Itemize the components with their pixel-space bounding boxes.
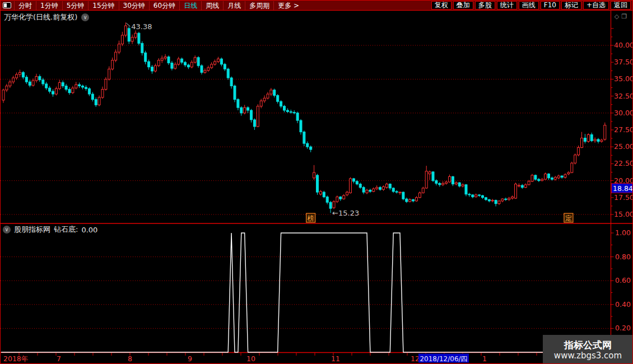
candlestick (409, 199, 411, 202)
candlestick (78, 85, 81, 86)
candlestick (273, 90, 276, 96)
cursor-date-value: 2018/12/06/四 (420, 355, 467, 363)
chart-plot-area[interactable]: 40.0037.5035.0032.5030.0027.5025.0022.50… (1, 1, 633, 364)
window-restore-icon[interactable]: ❐ (621, 13, 629, 20)
indicator-name-label: 钻石底: (54, 225, 78, 235)
timeline-label: 11 (331, 354, 340, 363)
chart-corner-icons: ◇❐ (615, 13, 629, 20)
candlestick (154, 66, 156, 71)
candlestick (187, 65, 189, 67)
candlestick (9, 82, 11, 86)
candlestick (389, 184, 391, 188)
candlestick (214, 62, 216, 64)
candlestick (42, 80, 44, 84)
candlestick (432, 172, 434, 181)
indicator-source-label[interactable]: 股朋指标网 (14, 225, 50, 235)
candlestick (541, 179, 543, 180)
candlestick (55, 88, 57, 94)
chevron-down-icon[interactable]: ∨ (81, 13, 89, 21)
candlestick (95, 100, 97, 105)
indicator-axis-label: 1.00 (615, 228, 631, 237)
candlestick (366, 190, 368, 193)
candlestick (482, 195, 484, 198)
candlestick (458, 183, 460, 186)
timeline-label: 9 (188, 354, 192, 363)
candlestick (65, 86, 67, 89)
chevron-down-icon[interactable]: ∨ (3, 226, 11, 234)
diamond-icon[interactable]: ◇ (615, 13, 621, 20)
candlestick (498, 201, 500, 204)
candlestick (399, 192, 401, 193)
watermark-url: www.zbgs3.com (554, 351, 622, 361)
candlestick (515, 184, 517, 198)
candlestick (124, 26, 127, 35)
watermark-title: 指标公式网 (564, 339, 612, 351)
candlestick (528, 181, 530, 185)
candlestick (326, 197, 328, 203)
candlestick (435, 181, 437, 184)
candlestick (475, 195, 477, 197)
candlestick (293, 113, 295, 113)
candlestick (359, 184, 361, 188)
candlestick (445, 182, 448, 183)
price-axis-label: 35.00 (614, 74, 633, 83)
candlestick (442, 183, 444, 184)
candlestick (350, 179, 352, 193)
price-axis-label: 22.50 (614, 159, 633, 167)
chart-title: 万华化学(日线.前复权) (4, 12, 77, 22)
candlestick (590, 134, 593, 141)
candlestick (138, 33, 140, 43)
cursor-price-value: 18.84 (613, 184, 633, 193)
candlestick (118, 44, 120, 52)
candlestick (531, 175, 533, 181)
candlestick (296, 113, 299, 120)
candlestick (343, 195, 345, 199)
candlestick (488, 199, 490, 200)
candlestick (564, 175, 566, 178)
candlestick (561, 176, 563, 177)
candlestick (217, 59, 220, 62)
candlestick (333, 202, 335, 208)
candlestick (52, 91, 54, 94)
candlestick (395, 192, 398, 192)
candlestick (286, 110, 288, 111)
low-price-annotation: ←15.23 (332, 209, 359, 217)
chart-title-row[interactable]: 万华化学(日线.前复权) ∨ (4, 12, 89, 22)
candlestick (75, 85, 77, 88)
candlestick (584, 138, 586, 141)
candlestick (25, 77, 27, 82)
candlestick (204, 71, 206, 73)
candlestick (157, 60, 160, 66)
candlestick (501, 199, 504, 201)
candlestick (161, 58, 163, 60)
candlestick (534, 175, 537, 179)
candlestick (201, 66, 203, 72)
candlestick (68, 90, 71, 93)
candlestick (571, 163, 573, 172)
candlestick (35, 77, 38, 81)
candlestick (224, 64, 226, 69)
price-axis-label: 15.00 (614, 210, 633, 218)
indicator-header: ∨ 股朋指标网 钻石底: 0.00 (3, 225, 97, 235)
candlestick (597, 139, 599, 142)
candlestick (19, 72, 21, 74)
candlestick (329, 202, 332, 208)
candlestick (39, 77, 41, 80)
candlestick (524, 185, 527, 188)
candlestick (429, 172, 431, 174)
candlestick (455, 183, 457, 184)
candlestick (383, 186, 385, 189)
indicator-axis-label: 0.60 (615, 276, 631, 284)
candlestick (346, 192, 348, 195)
timeline-label: 1 (482, 354, 487, 363)
candlestick (418, 193, 421, 197)
timeline-label: 7 (57, 354, 61, 363)
candlestick (306, 143, 309, 147)
candlestick (416, 198, 418, 201)
candlestick (578, 147, 580, 155)
candlestick (260, 101, 262, 106)
candlestick (164, 57, 166, 58)
candlestick (85, 87, 87, 88)
candlestick (557, 176, 560, 178)
candlestick (574, 155, 576, 163)
